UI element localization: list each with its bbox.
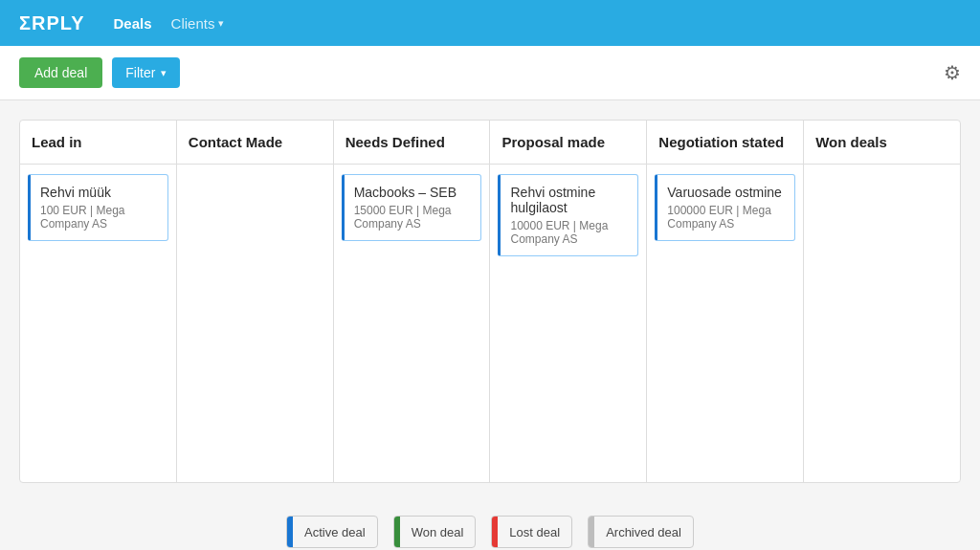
- main-nav: Deals Clients: [114, 15, 225, 32]
- col-body-won-deals: [804, 165, 960, 482]
- legend-item: Active deal: [286, 516, 378, 548]
- column-contact-made: Contact Made: [177, 121, 334, 482]
- nav-clients[interactable]: Clients: [171, 15, 225, 32]
- col-header-won-deals: Won deals: [804, 121, 960, 165]
- deal-title: Varuosade ostmine: [667, 185, 785, 200]
- legend-item: Lost deal: [491, 516, 572, 548]
- deal-card[interactable]: Macbooks – SEB15000 EUR | Mega Company A…: [342, 174, 482, 241]
- legend-item: Won deal: [393, 516, 477, 548]
- column-negotiation-stated: Negotiation statedVaruosade ostmine10000…: [647, 121, 804, 482]
- column-needs-defined: Needs DefinedMacbooks – SEB15000 EUR | M…: [334, 121, 491, 482]
- legend-label: Archived deal: [594, 525, 693, 539]
- legend-label: Won deal: [400, 525, 476, 539]
- deal-meta: 10000 EUR | Mega Company AS: [510, 219, 628, 246]
- kanban-board: Lead inRehvi müük100 EUR | Mega Company …: [19, 120, 961, 483]
- col-header-proposal-made: Proposal made: [490, 121, 646, 165]
- toolbar: Add deal Filter ⚙: [0, 46, 980, 100]
- legend-item: Archived deal: [588, 516, 694, 548]
- column-proposal-made: Proposal madeRehvi ostmine hulgilaost100…: [490, 121, 647, 482]
- legend: Active dealWon dealLost dealArchived dea…: [0, 502, 980, 550]
- board-container: Lead inRehvi müük100 EUR | Mega Company …: [0, 100, 980, 502]
- app-logo: ΣRPLY: [19, 12, 85, 34]
- deal-meta: 100 EUR | Mega Company AS: [40, 204, 158, 231]
- app-header: ΣRPLY Deals Clients: [0, 0, 980, 46]
- col-body-lead-in: Rehvi müük100 EUR | Mega Company AS: [20, 165, 176, 482]
- column-lead-in: Lead inRehvi müük100 EUR | Mega Company …: [20, 121, 177, 482]
- col-body-needs-defined: Macbooks – SEB15000 EUR | Mega Company A…: [334, 165, 490, 482]
- column-won-deals: Won deals: [804, 121, 960, 482]
- settings-icon[interactable]: ⚙: [944, 61, 961, 84]
- legend-label: Active deal: [293, 525, 377, 539]
- deal-title: Macbooks – SEB: [354, 185, 472, 200]
- add-deal-button[interactable]: Add deal: [19, 57, 102, 88]
- col-header-lead-in: Lead in: [20, 121, 176, 165]
- col-header-contact-made: Contact Made: [177, 121, 333, 165]
- col-header-needs-defined: Needs Defined: [334, 121, 490, 165]
- deal-meta: 15000 EUR | Mega Company AS: [354, 204, 472, 231]
- toolbar-left: Add deal Filter: [19, 57, 180, 88]
- col-body-contact-made: [177, 165, 333, 482]
- legend-label: Lost deal: [498, 525, 571, 539]
- deal-card[interactable]: Rehvi ostmine hulgilaost10000 EUR | Mega…: [498, 174, 638, 256]
- deal-meta: 100000 EUR | Mega Company AS: [667, 204, 785, 231]
- col-body-negotiation-stated: Varuosade ostmine100000 EUR | Mega Compa…: [647, 165, 803, 482]
- col-header-negotiation-stated: Negotiation stated: [647, 121, 803, 165]
- deal-card[interactable]: Rehvi müük100 EUR | Mega Company AS: [28, 174, 168, 241]
- col-body-proposal-made: Rehvi ostmine hulgilaost10000 EUR | Mega…: [490, 165, 646, 482]
- filter-button[interactable]: Filter: [112, 57, 180, 88]
- deal-card[interactable]: Varuosade ostmine100000 EUR | Mega Compa…: [655, 174, 795, 241]
- deal-title: Rehvi ostmine hulgilaost: [510, 185, 628, 215]
- deal-title: Rehvi müük: [40, 185, 158, 200]
- nav-deals[interactable]: Deals: [114, 15, 152, 32]
